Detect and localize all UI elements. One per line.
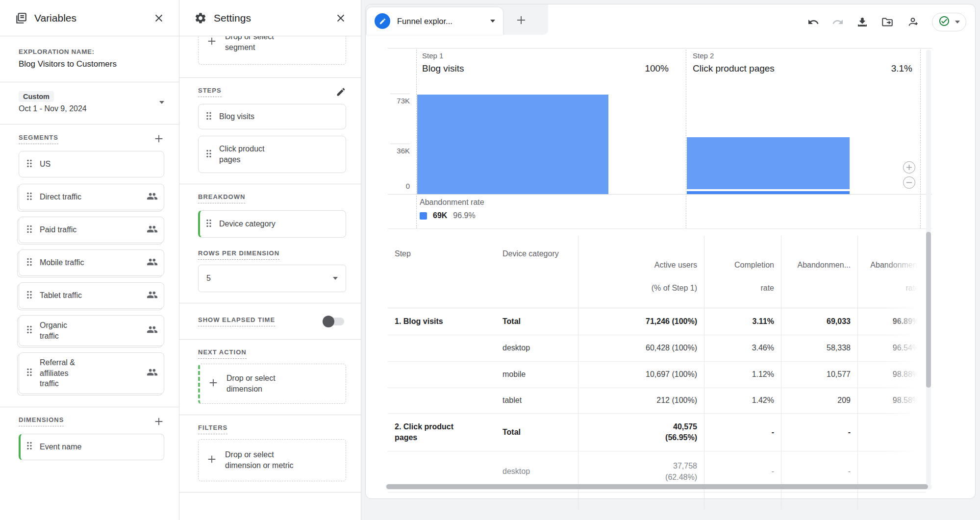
drag-handle-icon[interactable] — [27, 325, 32, 336]
table-row: mobile 10,697 (100%) 1.12% 10,577 98.88% — [388, 362, 926, 388]
drag-handle-icon[interactable] — [27, 192, 32, 202]
drag-handle-icon[interactable] — [27, 225, 32, 235]
date-range-section[interactable]: Custom Oct 1 - Nov 9, 2024 — [0, 82, 179, 124]
table-row: 2. Click product pages Total 40,575 (56.… — [388, 414, 926, 451]
drag-handle-icon[interactable] — [206, 112, 211, 122]
cell-abandonments: 58,338 — [781, 335, 857, 361]
cell-abandonments: 209 — [781, 388, 857, 413]
vertical-scrollbar-thumb[interactable] — [926, 232, 931, 388]
segments-label: SEGMENTS — [19, 134, 58, 144]
steps-section: STEPS Blog visits Click product pages — [179, 78, 361, 184]
drag-handle-icon[interactable] — [27, 291, 32, 301]
next-action-dropzone[interactable]: Drop or select dimension — [198, 364, 346, 404]
cell-device: Total — [496, 308, 578, 335]
step1-rate: 100% — [645, 63, 669, 74]
drag-handle-icon[interactable] — [206, 219, 211, 229]
variables-title: Variables — [34, 12, 146, 24]
segment-label: Tablet traffic — [40, 290, 139, 301]
segment-chip-organic-traffic[interactable]: Organic traffic — [19, 315, 164, 346]
rows-per-dimension-select[interactable]: 5 — [198, 265, 346, 292]
add-dimension-icon[interactable] — [153, 416, 164, 427]
drag-handle-icon[interactable] — [27, 159, 32, 170]
segment-label: Paid traffic — [40, 224, 139, 235]
export-folder-icon[interactable] — [881, 16, 894, 28]
col-header-abandonments: Abandonmen... — [781, 236, 857, 308]
show-elapsed-time-toggle[interactable] — [325, 318, 344, 325]
funnel-bar-step2[interactable] — [687, 137, 850, 189]
tab-edit-pencil-icon — [375, 13, 390, 29]
cell-completion-rate: - — [704, 414, 781, 451]
add-segment-icon[interactable] — [153, 133, 164, 144]
tab-funnel-exploration[interactable]: Funnel explor... — [367, 7, 503, 35]
funnel-bar-step1[interactable] — [417, 95, 608, 194]
undo-icon[interactable] — [807, 16, 819, 28]
redo-icon — [832, 16, 844, 28]
legend-swatch — [420, 212, 427, 220]
close-variables-icon[interactable] — [152, 12, 165, 25]
segment-chip-us[interactable]: US — [19, 151, 164, 177]
tab-chevron-down-icon[interactable] — [490, 20, 495, 23]
date-range-value: Oct 1 - Nov 9, 2024 — [19, 104, 159, 113]
col-header-abandonment-rate: Abandonment rate — [857, 236, 926, 308]
dimension-chip-event-name[interactable]: Event name — [19, 434, 164, 460]
close-settings-icon[interactable] — [334, 12, 347, 25]
variables-icon — [15, 12, 27, 25]
cell-abandonments: 69,033 — [781, 308, 857, 335]
cell-active-users: 10,697 (100%) — [578, 362, 704, 388]
segment-dropzone[interactable]: Drop or select segment — [198, 36, 346, 65]
chevron-down-icon — [333, 277, 338, 280]
step1-label: Step 1 — [422, 51, 669, 60]
drag-handle-icon[interactable] — [206, 149, 211, 160]
step-chip-blog-visits[interactable]: Blog visits — [198, 104, 346, 129]
download-icon[interactable] — [856, 16, 868, 28]
drag-handle-icon[interactable] — [27, 442, 32, 452]
segment-chip-paid-traffic[interactable]: Paid traffic — [19, 217, 164, 243]
cell-abandonment-rate: 98.58% — [857, 388, 926, 413]
table-row: desktop 60,428 (100%) 3.46% 58,338 96.54… — [388, 335, 926, 362]
cell-active-users: 60,428 (100%) — [578, 335, 704, 361]
drag-handle-icon[interactable] — [27, 368, 32, 378]
plus-icon — [206, 36, 217, 49]
date-range-badge: Custom — [19, 91, 54, 102]
settings-header: Settings — [179, 0, 361, 36]
segment-label: Organic traffic — [40, 320, 139, 341]
status-pill[interactable] — [932, 13, 966, 31]
exploration-name-section: EXPLORATION NAME: Blog Visitors to Custo… — [0, 36, 179, 82]
cell-device — [496, 493, 578, 509]
tab-label: Funnel explor... — [397, 17, 483, 26]
segment-chip-tablet-traffic[interactable]: Tablet traffic — [19, 282, 164, 309]
step-chip-click-product-pages[interactable]: Click product pages — [198, 136, 346, 173]
step-label: Blog visits — [219, 111, 340, 122]
segment-chip-referral-affiliates-traffic[interactable]: Referral & affiliates traffic — [19, 352, 164, 394]
exploration-name-label: EXPLORATION NAME: — [19, 48, 164, 55]
people-icon — [147, 367, 158, 380]
step2-label: Step 2 — [693, 51, 912, 60]
horizontal-scrollbar-thumb[interactable] — [386, 484, 928, 489]
people-icon — [147, 223, 158, 237]
check-circle-icon — [938, 15, 950, 29]
col-header-step: Step — [388, 236, 496, 308]
zoom-out-icon[interactable] — [903, 176, 915, 189]
filters-label: FILTERS — [198, 424, 227, 434]
exploration-name-value[interactable]: Blog Visitors to Customers — [19, 59, 164, 69]
ytick-73k: 73K — [380, 97, 410, 105]
segment-chip-direct-traffic[interactable]: Direct traffic — [19, 184, 164, 210]
cell-active-users: 212 (100%) — [578, 388, 704, 413]
filters-dropzone[interactable]: Drop or select dimension or metric — [198, 439, 346, 481]
dimensions-section: DIMENSIONS Event name — [0, 407, 179, 471]
share-person-add-icon[interactable] — [906, 16, 919, 28]
edit-steps-pencil-icon[interactable] — [336, 87, 346, 97]
chart-baseline — [388, 194, 932, 195]
breakdown-chip-device-category[interactable]: Device category — [198, 210, 346, 238]
people-icon — [147, 324, 158, 337]
plus-icon — [208, 377, 219, 390]
step2-rate: 3.1% — [891, 63, 912, 74]
dimensions-label: DIMENSIONS — [19, 416, 64, 426]
zoom-in-icon[interactable] — [903, 161, 915, 173]
segment-chip-mobile-traffic[interactable]: Mobile traffic — [19, 249, 164, 276]
cell-abandonment-rate — [857, 414, 926, 451]
abandonment-legend-title: Abandonment rate — [420, 198, 484, 207]
drag-handle-icon[interactable] — [27, 258, 32, 268]
settings-panel: Settings Drop or select segment STEPS — [179, 0, 361, 520]
add-tab-button[interactable] — [513, 12, 529, 28]
